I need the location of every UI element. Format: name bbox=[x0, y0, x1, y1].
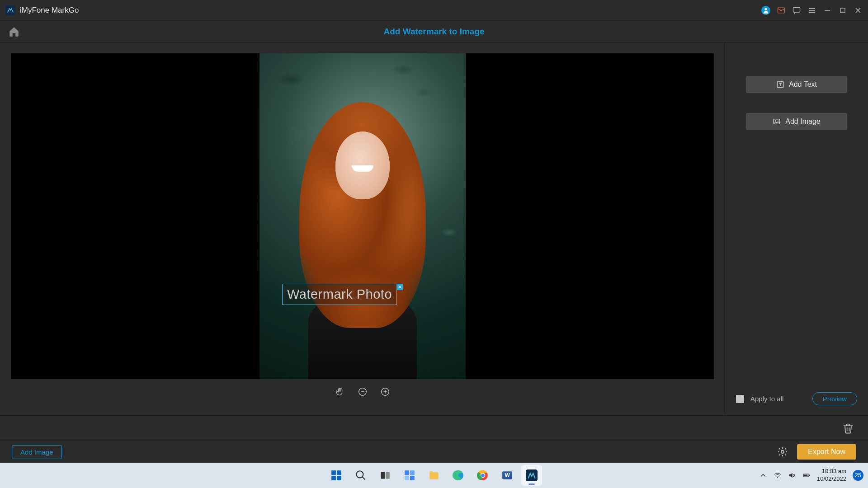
taskbar-edge-icon[interactable] bbox=[448, 465, 469, 486]
app-title: iMyFone MarkGo bbox=[20, 6, 79, 15]
windows-taskbar: W 10:03 am 10/02/2022 25 bbox=[0, 463, 868, 488]
loaded-image bbox=[259, 53, 466, 379]
watermark-close-icon[interactable]: ✕ bbox=[396, 284, 403, 290]
svg-rect-13 bbox=[337, 476, 341, 480]
hamburger-menu-icon[interactable] bbox=[807, 6, 816, 15]
maximize-icon[interactable] bbox=[838, 6, 847, 15]
apply-to-all-label: Apply to all bbox=[750, 395, 806, 403]
pan-hand-icon[interactable] bbox=[335, 387, 345, 397]
taskbar-markgo-icon[interactable] bbox=[521, 465, 542, 486]
taskbar-tray: 10:03 am 10/02/2022 25 bbox=[759, 468, 863, 483]
svg-rect-3 bbox=[840, 8, 845, 13]
taskbar-explorer-icon[interactable] bbox=[424, 465, 444, 486]
image-icon bbox=[773, 117, 781, 126]
taskbar-clock[interactable]: 10:03 am 10/02/2022 bbox=[817, 468, 846, 483]
footer: Add Image Export Now bbox=[0, 441, 868, 463]
taskbar-date: 10/02/2022 bbox=[817, 475, 846, 483]
canvas-column: Watermark Photo ✕ bbox=[0, 42, 725, 415]
app-window: iMyFone MarkGo bbox=[0, 0, 868, 463]
right-sidebar: Add Text Add Image Apply to all Preview bbox=[725, 42, 868, 415]
add-text-button[interactable]: Add Text bbox=[746, 76, 847, 93]
svg-rect-11 bbox=[337, 470, 341, 475]
apply-to-all-checkbox[interactable] bbox=[736, 395, 744, 403]
content: Watermark Photo ✕ Add Text bbox=[0, 42, 868, 415]
svg-rect-12 bbox=[331, 476, 336, 480]
svg-point-24 bbox=[481, 474, 485, 477]
add-image-label: Add Image bbox=[785, 117, 820, 126]
svg-point-8 bbox=[775, 120, 776, 121]
svg-rect-17 bbox=[405, 470, 409, 475]
svg-rect-2 bbox=[793, 7, 800, 12]
zoom-out-icon[interactable] bbox=[358, 387, 368, 397]
taskbar-search-icon[interactable] bbox=[350, 465, 371, 486]
svg-rect-16 bbox=[386, 472, 390, 479]
svg-rect-15 bbox=[381, 472, 385, 479]
svg-rect-1 bbox=[778, 8, 785, 13]
subheader: Add Watermark to Image bbox=[0, 21, 868, 42]
svg-point-9 bbox=[781, 450, 784, 453]
page-title: Add Watermark to Image bbox=[383, 27, 484, 37]
add-image-button[interactable]: Add Image bbox=[746, 113, 847, 130]
watermark-text: Watermark Photo bbox=[287, 287, 392, 301]
taskbar-notifications-badge[interactable]: 25 bbox=[853, 470, 863, 481]
canvas-toolbar bbox=[11, 379, 714, 404]
tray-chevron-up-icon[interactable] bbox=[759, 471, 767, 479]
svg-rect-18 bbox=[410, 470, 415, 475]
taskbar-widgets-icon[interactable] bbox=[399, 465, 420, 486]
watermark-text-box[interactable]: Watermark Photo ✕ bbox=[282, 284, 397, 305]
taskbar-time: 10:03 am bbox=[817, 468, 846, 475]
user-account-icon[interactable] bbox=[761, 6, 770, 15]
app-logo-icon bbox=[5, 5, 15, 15]
minimize-icon[interactable] bbox=[823, 6, 832, 15]
taskbar-center: W bbox=[326, 465, 542, 486]
titlebar-icons bbox=[761, 6, 863, 15]
svg-rect-31 bbox=[804, 475, 808, 476]
taskbar-chrome-icon[interactable] bbox=[472, 465, 493, 486]
svg-text:W: W bbox=[505, 472, 510, 479]
svg-point-28 bbox=[777, 477, 778, 478]
home-button[interactable] bbox=[6, 24, 22, 39]
settings-gear-icon[interactable] bbox=[777, 446, 788, 457]
trash-row: 1 File(s) bbox=[0, 415, 868, 441]
text-icon bbox=[776, 80, 784, 89]
taskbar-start-icon[interactable] bbox=[326, 465, 347, 486]
titlebar: iMyFone MarkGo bbox=[0, 0, 868, 21]
feedback-icon[interactable] bbox=[792, 6, 801, 15]
export-now-button[interactable]: Export Now bbox=[797, 444, 856, 460]
svg-rect-20 bbox=[410, 476, 415, 480]
taskbar-taskview-icon[interactable] bbox=[375, 465, 396, 486]
svg-rect-19 bbox=[405, 476, 409, 480]
sidebar-bottom: Apply to all Preview bbox=[725, 392, 868, 415]
svg-rect-10 bbox=[331, 470, 336, 475]
tray-wifi-icon[interactable] bbox=[774, 471, 782, 479]
mail-icon[interactable] bbox=[777, 6, 786, 15]
close-icon[interactable] bbox=[854, 6, 863, 15]
footer-add-image-button[interactable]: Add Image bbox=[12, 445, 62, 459]
svg-rect-30 bbox=[809, 475, 810, 476]
tray-battery-icon[interactable] bbox=[802, 471, 811, 479]
svg-point-0 bbox=[764, 8, 767, 10]
taskbar-word-icon[interactable]: W bbox=[497, 465, 518, 486]
add-text-label: Add Text bbox=[789, 80, 817, 89]
canvas[interactable]: Watermark Photo ✕ bbox=[11, 53, 714, 379]
tray-volume-icon[interactable] bbox=[788, 471, 796, 479]
preview-button[interactable]: Preview bbox=[812, 392, 857, 405]
svg-point-14 bbox=[356, 471, 363, 478]
zoom-in-icon[interactable] bbox=[380, 387, 390, 397]
trash-icon[interactable] bbox=[842, 422, 854, 435]
